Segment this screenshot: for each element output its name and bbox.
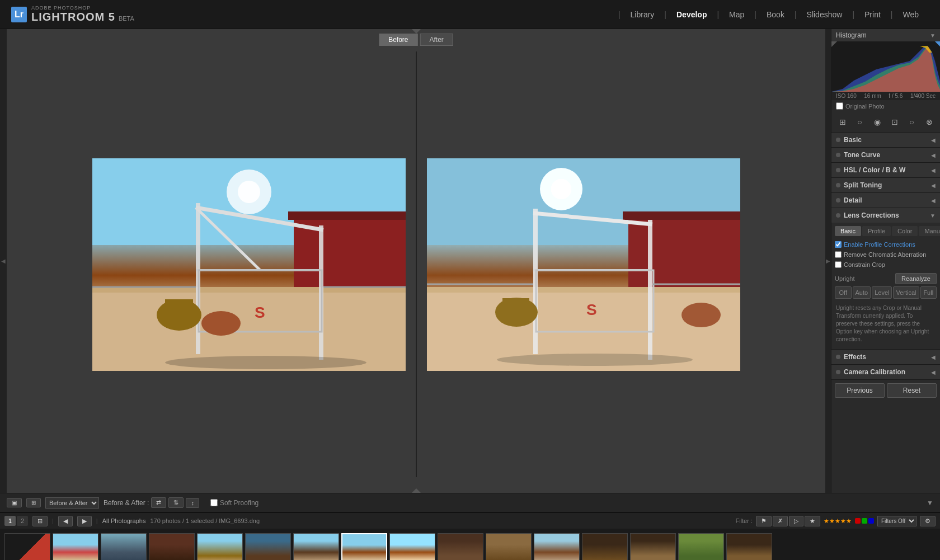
upright-level-btn[interactable]: Level (872, 286, 892, 299)
thumb-5[interactable] (197, 533, 243, 560)
flag-filter-btn[interactable]: ⚑ (756, 516, 772, 526)
prev-arrow-btn[interactable]: ◀ (58, 516, 73, 526)
star-filter-btn[interactable]: ★ (805, 516, 820, 526)
crop-tool-icon[interactable]: ○ (853, 115, 867, 129)
thumb-5-inner (198, 534, 242, 560)
nav-book[interactable]: Book (756, 6, 795, 23)
lens-corrections-header[interactable]: Lens Corrections ▼ (831, 208, 940, 223)
side-by-side-btn[interactable]: ⊞ (26, 498, 41, 507)
unflagged-filter-btn[interactable]: ▷ (789, 516, 803, 526)
thumb-14[interactable] (630, 533, 676, 560)
thumb-8-selected[interactable] (341, 533, 387, 560)
thumb-3[interactable] (101, 533, 147, 560)
left-expand-arrow[interactable]: ◀ (1, 256, 6, 266)
healing-tool-icon[interactable]: ◉ (871, 115, 884, 129)
thumb-10[interactable] (438, 533, 483, 560)
redeye-tool-icon[interactable]: ⊡ (888, 115, 901, 129)
rejected-filter-btn[interactable]: ✗ (773, 516, 788, 526)
thumb-7[interactable] (293, 533, 339, 560)
basic-toggle[interactable]: ◀ (931, 137, 936, 143)
lens-tab-profile[interactable]: Profile (862, 226, 891, 236)
grid-tool-icon[interactable]: ⊞ (836, 115, 849, 129)
filters-off-select[interactable]: Filters Off (877, 516, 916, 526)
before-label[interactable]: Before (379, 34, 417, 46)
nav-slideshow[interactable]: Slideshow (797, 6, 853, 23)
grid-view-btn-group: ⊞ (32, 516, 48, 526)
hsl-toggle[interactable]: ◀ (931, 167, 936, 173)
toolbar-dropdown-btn[interactable]: ▼ (927, 499, 933, 507)
reset-button[interactable]: Reset (887, 383, 937, 398)
thumb-2[interactable] (53, 533, 98, 560)
before-photo-frame[interactable]: S (92, 158, 406, 371)
before-photo-panel: S (87, 158, 411, 371)
upright-vertical-btn[interactable]: Vertical (893, 286, 919, 299)
lens-tab-basic[interactable]: Basic (835, 226, 861, 236)
page-1-btn[interactable]: 1 (4, 516, 16, 526)
enable-profile-checkbox[interactable] (835, 241, 842, 248)
grid-view-btn[interactable]: ⊞ (32, 516, 48, 526)
previous-button[interactable]: Previous (835, 383, 885, 398)
right-expand-arrow[interactable]: ▶ (826, 256, 830, 266)
tone-curve-toggle[interactable]: ◀ (931, 152, 936, 158)
nav-web[interactable]: Web (892, 6, 929, 23)
constrain-crop-checkbox[interactable] (835, 261, 842, 268)
lens-tab-color[interactable]: Color (892, 226, 918, 236)
basic-section-header[interactable]: Basic ◀ (831, 133, 940, 147)
nav-print[interactable]: Print (854, 6, 891, 23)
page-2-btn[interactable]: 2 (17, 516, 28, 526)
radial-tool-icon[interactable]: ⊗ (923, 115, 936, 129)
camera-cal-toggle[interactable]: ◀ (931, 369, 936, 375)
upright-auto-btn[interactable]: Auto (853, 286, 871, 299)
upright-full-btn[interactable]: Full (920, 286, 937, 299)
thumb-12[interactable] (534, 533, 580, 560)
remove-chromatic-checkbox[interactable] (835, 251, 842, 258)
after-photo-frame[interactable]: S (427, 158, 740, 371)
histogram-dropdown-icon[interactable]: ▼ (930, 32, 936, 39)
hsl-header[interactable]: HSL / Color / B & W ◀ (831, 163, 940, 177)
split-toning-header[interactable]: Split Toning ◀ (831, 178, 940, 192)
bottom-center-arrow (412, 488, 421, 493)
camera-calibration-header[interactable]: Camera Calibration ◀ (831, 365, 940, 379)
nav-develop[interactable]: Develop (666, 6, 717, 23)
after-label[interactable]: After (420, 34, 453, 46)
gradient-tool-icon[interactable]: ○ (905, 115, 919, 129)
lens-toggle[interactable]: ▼ (930, 213, 936, 219)
histogram-header[interactable]: Histogram ▼ (831, 29, 940, 41)
adjust-btn[interactable]: ↕ (186, 498, 199, 508)
single-view-btn[interactable]: ▣ (7, 498, 22, 507)
green-filter[interactable] (862, 518, 867, 524)
reanalyze-button[interactable]: Reanalyze (895, 273, 937, 284)
original-photo-checkbox[interactable] (836, 102, 843, 110)
aperture-info: f / 5.6 (889, 93, 903, 99)
detail-toggle[interactable]: ◀ (931, 197, 936, 204)
nav-map[interactable]: Map (719, 6, 754, 23)
thumb-6[interactable] (245, 533, 291, 560)
thumb-15[interactable] (678, 533, 724, 560)
upright-off-btn[interactable]: Off (835, 286, 852, 299)
view-mode-select[interactable]: Before & After (45, 497, 99, 509)
split-toning-toggle[interactable]: ◀ (931, 182, 936, 189)
copy-btn[interactable]: ⇅ (168, 497, 184, 508)
swap-btn[interactable]: ⇄ (151, 497, 166, 508)
detail-header[interactable]: Detail ◀ (831, 193, 940, 208)
thumb-4[interactable] (149, 533, 195, 560)
effects-header[interactable]: Effects ◀ (831, 350, 940, 364)
camera-cal-dot (836, 370, 840, 374)
thumb-11[interactable] (486, 533, 532, 560)
filmstrip-settings-btn[interactable]: ⚙ (920, 516, 936, 526)
tone-curve-header[interactable]: Tone Curve ◀ (831, 148, 940, 162)
nav-library[interactable]: Library (621, 6, 665, 23)
right-panel-edge: ▶ (825, 29, 831, 493)
next-arrow-btn[interactable]: ▶ (77, 516, 92, 526)
lens-tab-manual[interactable]: Manual (919, 226, 940, 236)
prev-reset-row: Previous Reset (831, 380, 940, 400)
thumb-13[interactable] (582, 533, 628, 560)
effects-toggle[interactable]: ◀ (931, 354, 936, 360)
thumb-9[interactable] (389, 533, 435, 560)
red-filter[interactable] (855, 518, 861, 524)
blue-filter[interactable] (868, 518, 874, 524)
thumb-1[interactable] (4, 533, 50, 560)
color-filters (855, 518, 874, 524)
thumb-16[interactable] (726, 533, 772, 560)
soft-proofing-checkbox[interactable] (210, 499, 218, 506)
